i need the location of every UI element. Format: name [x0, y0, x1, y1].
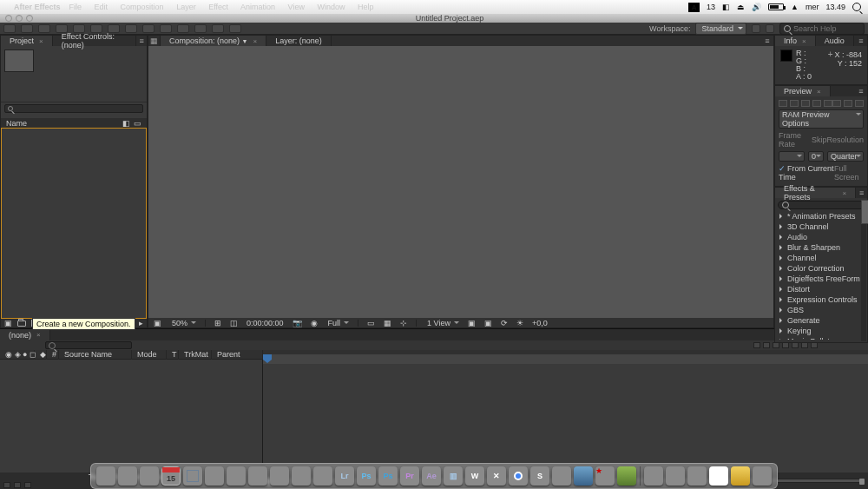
disclosure-triangle-icon[interactable]	[779, 266, 785, 271]
tab-preview[interactable]: Preview×	[775, 86, 831, 96]
adobe-notifier-icon[interactable]: A	[688, 3, 700, 12]
menu-layer[interactable]: Layer	[176, 3, 196, 11]
dock-app[interactable]	[617, 466, 636, 486]
dock-folder[interactable]	[687, 466, 707, 486]
last-frame-button[interactable]	[824, 100, 832, 107]
tab-effect-controls[interactable]: Effect Controls: (none)	[53, 36, 137, 46]
effects-category[interactable]: Digieffects FreeForm	[778, 274, 865, 284]
time-ruler[interactable]	[263, 354, 868, 364]
effects-category[interactable]: Color Correction	[778, 263, 865, 274]
menu-effect[interactable]: Effect	[208, 3, 228, 11]
dock-folder[interactable]	[666, 466, 685, 486]
tool-rotate[interactable]	[56, 24, 68, 33]
current-time-indicator[interactable]	[263, 354, 272, 363]
footer-icon[interactable]: ⊞	[214, 319, 221, 327]
menu-composition[interactable]: Composition	[121, 3, 164, 11]
tab-audio[interactable]: Audio	[816, 36, 854, 46]
framerate-dropdown[interactable]	[779, 151, 805, 162]
tool-anchor[interactable]	[90, 24, 102, 33]
effects-category[interactable]: Blur & Sharpen	[778, 242, 865, 253]
effects-category[interactable]: Magic Bullet	[778, 336, 865, 340]
dock-garageband[interactable]	[270, 466, 289, 486]
col-label[interactable]: ◆	[35, 350, 47, 360]
tab-layer[interactable]: Layer: (none)	[266, 36, 332, 46]
tab-close-icon[interactable]: ×	[802, 37, 806, 45]
app-name[interactable]: After Effects	[14, 3, 61, 11]
comp-nav-icon[interactable]: ▦	[148, 36, 161, 46]
new-folder-icon[interactable]	[17, 320, 26, 327]
panel-menu-icon[interactable]	[136, 36, 147, 46]
dock-itunes[interactable]	[205, 466, 224, 486]
dropdown-icon[interactable]: ▼	[242, 38, 248, 44]
show-snapshot-icon[interactable]: ◉	[311, 319, 318, 327]
col-parent[interactable]: Parent	[212, 350, 263, 360]
footer-icon[interactable]: ◫	[230, 319, 238, 327]
next-frame-button[interactable]	[812, 100, 821, 107]
workspace-dropdown[interactable]: Standard	[695, 23, 746, 35]
timeline-toggle-button[interactable]	[3, 482, 10, 488]
dock-finder[interactable]	[96, 466, 115, 486]
tool-camera[interactable]	[73, 24, 85, 33]
grid-icon[interactable]: ▦	[384, 319, 391, 327]
footer-icon[interactable]: ▣	[484, 319, 492, 327]
dock-app[interactable]	[248, 466, 267, 486]
col-trkmat[interactable]: TrkMat	[179, 350, 212, 360]
footer-icon[interactable]: ⟳	[501, 319, 508, 327]
search-help[interactable]	[779, 23, 865, 35]
effects-category[interactable]: 3D Channel	[778, 221, 865, 232]
menubar-time[interactable]: 13.49	[825, 3, 845, 11]
project-items-list[interactable]	[1, 128, 147, 319]
exposure-icon[interactable]: ☀	[516, 319, 523, 327]
disclosure-triangle-icon[interactable]	[779, 287, 785, 292]
tool-selection[interactable]	[3, 24, 16, 33]
play-button[interactable]	[801, 100, 810, 107]
dock-app[interactable]	[552, 466, 571, 486]
dock-app[interactable]: ✕	[487, 466, 506, 486]
dock-stack[interactable]	[709, 466, 728, 486]
timecode[interactable]: 0:00:00:00	[247, 319, 284, 327]
tool-pen[interactable]	[125, 24, 137, 33]
timeline-search[interactable]	[45, 341, 132, 349]
dock-word[interactable]: W	[465, 466, 484, 486]
effects-category[interactable]: Distort	[778, 284, 865, 294]
tab-close-icon[interactable]: ×	[36, 331, 41, 339]
dock-photoshop[interactable]: Ps	[378, 466, 398, 486]
tool-type[interactable]	[142, 24, 155, 33]
menu-help[interactable]: Help	[358, 3, 374, 11]
tool-eraser[interactable]	[194, 24, 207, 33]
dock-ical[interactable]: 15	[161, 466, 181, 486]
col-mode[interactable]: Mode	[132, 350, 167, 360]
composition-viewer[interactable]	[148, 46, 773, 318]
disclosure-triangle-icon[interactable]	[779, 245, 785, 250]
dock-trash[interactable]	[753, 466, 772, 486]
dock-dashboard[interactable]	[118, 466, 137, 486]
workspace-next[interactable]	[766, 24, 774, 33]
first-frame-button[interactable]	[779, 100, 787, 107]
timeline-option-button[interactable]	[773, 342, 779, 348]
disclosure-triangle-icon[interactable]	[779, 297, 785, 302]
menu-file[interactable]: File	[69, 3, 82, 11]
disclosure-triangle-icon[interactable]	[779, 339, 785, 340]
col-source-name[interactable]: Source Name	[59, 350, 132, 360]
mute-button[interactable]	[832, 100, 841, 107]
views-dropdown[interactable]: 1 View	[425, 319, 459, 327]
footer-icon[interactable]: ▣	[468, 319, 476, 327]
disclosure-triangle-icon[interactable]	[779, 328, 785, 334]
zoom-dropdown[interactable]: 50%	[170, 319, 196, 327]
window-zoom[interactable]	[26, 15, 33, 22]
tool-brush[interactable]	[160, 24, 172, 33]
menu-view[interactable]: View	[288, 3, 305, 11]
from-current-time-checkbox[interactable]: ✓From Current Time	[779, 164, 834, 182]
timeline-toggle-button[interactable]	[24, 482, 31, 488]
menu-window[interactable]: Window	[317, 3, 345, 11]
dock-safari[interactable]	[140, 466, 159, 486]
tool-shape[interactable]	[108, 24, 120, 33]
dock-lightroom[interactable]: Lr	[335, 466, 354, 486]
tool-roto[interactable]	[212, 24, 224, 33]
menubar-volume-icon[interactable]: 🔊	[752, 3, 761, 11]
dock-photoshop[interactable]: Ps	[357, 466, 376, 486]
dock-app[interactable]: ▥	[444, 466, 463, 486]
effects-category[interactable]: * Animation Presets	[778, 211, 865, 221]
dock-preferences[interactable]	[313, 466, 332, 486]
menubar-icon[interactable]: ◧	[722, 3, 730, 11]
